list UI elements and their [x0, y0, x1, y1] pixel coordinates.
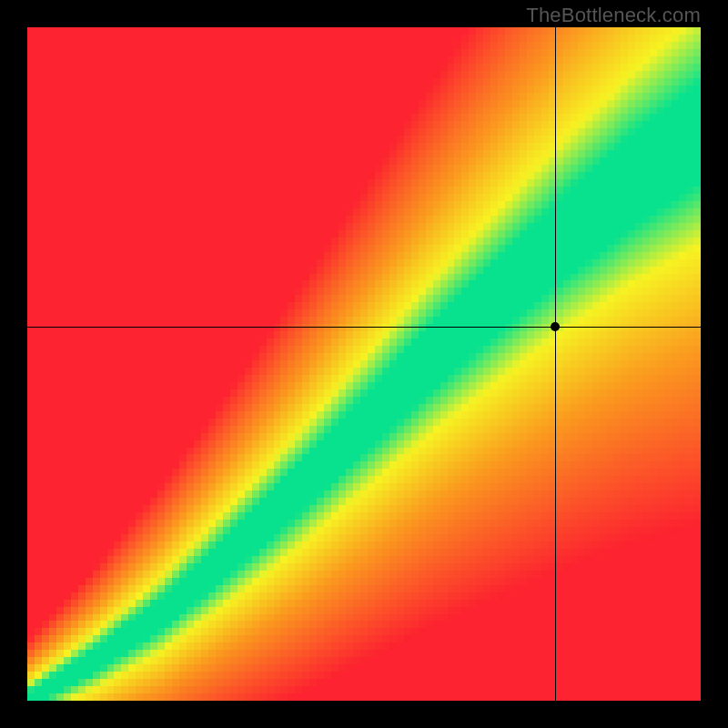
plot-area: [27, 27, 701, 701]
crosshair-horizontal: [27, 327, 701, 328]
crosshair-vertical: [555, 27, 556, 701]
chart-frame: TheBottleneck.com: [0, 0, 728, 728]
marker-point: [551, 322, 560, 331]
heatmap-canvas: [27, 27, 701, 701]
watermark-text: TheBottleneck.com: [526, 4, 701, 27]
